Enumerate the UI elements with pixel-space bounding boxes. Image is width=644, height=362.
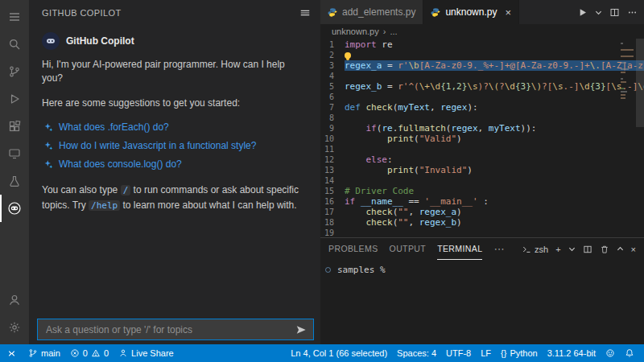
search-icon[interactable] (0, 31, 29, 58)
panel-more-tabs-icon[interactable]: ⋯ (493, 243, 504, 255)
new-terminal-icon[interactable]: + (555, 245, 560, 254)
python-interpreter[interactable]: 3.11.2 64-bit (543, 344, 601, 362)
source-control-icon[interactable] (0, 58, 29, 85)
line-number: 3 (320, 60, 345, 71)
run-dropdown-chevron-icon[interactable] (595, 9, 602, 16)
terminal-dropdown-chevron-icon[interactable] (568, 245, 576, 253)
tab-unknown[interactable]: unknown.py × (423, 0, 519, 24)
code-line[interactable]: 14 (320, 175, 644, 186)
share-icon (118, 348, 128, 358)
terminal-profile-button[interactable]: zsh (522, 245, 548, 254)
run-debug-icon[interactable] (0, 85, 29, 113)
code-line[interactable]: 9 if(re.fullmatch(regex, myText)): (320, 123, 644, 134)
line-number: 7 (320, 102, 345, 113)
trash-icon[interactable] (600, 245, 609, 254)
sidebar-more-actions-icon[interactable] (299, 7, 311, 19)
code-line[interactable]: 18 check("", regex_b) (320, 217, 644, 228)
line-number: 11 (320, 144, 345, 154)
chat-input-box (37, 319, 314, 340)
chat-input[interactable] (44, 323, 291, 336)
lightbulb-icon[interactable] (345, 52, 351, 59)
test-beaker-icon[interactable] (0, 167, 29, 195)
footer-text: to learn more about what I can help with… (120, 200, 296, 211)
suggestion-label: What does console.log() do? (59, 158, 182, 170)
tab-terminal[interactable]: TERMINAL (437, 238, 482, 260)
code-line[interactable]: 15# Driver Code (320, 186, 644, 196)
menu-icon[interactable] (0, 3, 29, 31)
line-number: 18 (320, 217, 345, 228)
problems-counter[interactable]: 0 0 (65, 344, 114, 362)
eol-sequence[interactable]: LF (476, 344, 496, 362)
git-branch-button[interactable]: main (23, 344, 65, 362)
terminal-line[interactable]: samples % (320, 260, 644, 275)
panel-actions: zsh + × (522, 245, 636, 254)
settings-gear-icon[interactable] (0, 314, 29, 341)
git-branch-icon (28, 348, 38, 358)
braces-icon: {} (501, 348, 506, 358)
more-actions-icon[interactable] (627, 7, 638, 18)
status-bar: main 0 0 Live Share Ln 4, Col 1 (66 sele… (0, 344, 644, 362)
code-line[interactable]: 11 (320, 144, 644, 154)
minimap[interactable] (621, 41, 634, 104)
suggestion-label: How do I write Javascript in a functiona… (59, 140, 256, 151)
suggestion-console-log[interactable]: What does console.log() do? (43, 158, 308, 170)
code-line[interactable]: 3regex_a = r'\b[A-Za-z0-9._%+-]+@[A-Za-z… (320, 60, 644, 71)
copilot-avatar (42, 32, 60, 50)
send-icon[interactable] (295, 324, 307, 335)
maximize-panel-chevron-icon[interactable] (617, 245, 624, 253)
tab-add-elements[interactable]: add_elements.py (320, 0, 423, 24)
editor-scrollbar[interactable] (636, 39, 644, 127)
code-line[interactable]: 4 (320, 71, 644, 81)
chat-author-row: GitHub Copilot (42, 32, 308, 50)
breadcrumb[interactable]: unknown.py › ... (320, 24, 644, 39)
line-number: 9 (320, 123, 345, 134)
breadcrumb-more[interactable]: ... (390, 27, 397, 36)
line-content: else: (345, 154, 393, 165)
code-line[interactable]: 13 print("Invalid") (320, 165, 644, 175)
account-icon[interactable] (0, 286, 29, 314)
code-line[interactable]: 12 else: (320, 154, 644, 165)
language-mode[interactable]: {} Python (496, 344, 543, 362)
feedback-icon[interactable] (601, 344, 620, 362)
tab-problems[interactable]: PROBLEMS (328, 238, 378, 260)
code-line[interactable]: 17 check("", regex_a) (320, 207, 644, 217)
code-line[interactable]: 7def check(myText, regex): (320, 102, 644, 113)
code-line[interactable]: 10 print("Valid") (320, 134, 644, 144)
code-line[interactable]: 1import re (320, 39, 644, 50)
live-share-button[interactable]: Live Share (114, 344, 179, 362)
indentation[interactable]: Spaces: 4 (392, 344, 441, 362)
code-line[interactable]: 8 (320, 113, 644, 123)
close-tab-icon[interactable]: × (505, 6, 511, 19)
line-content: check("", regex_a) (345, 207, 462, 217)
remote-window-icon[interactable] (0, 344, 23, 362)
code-line[interactable]: 5regex_b = r'^(\+\d{1,2}\s)?\(?\d{3}\)?[… (320, 81, 644, 92)
suggestion-foreach[interactable]: What does .forEach() do? (43, 121, 308, 133)
suggestion-functional-js[interactable]: How do I write Javascript in a functiona… (43, 140, 308, 151)
line-content: import re (345, 39, 393, 50)
error-icon (70, 348, 80, 358)
breadcrumb-file[interactable]: unknown.py (332, 27, 379, 36)
code-line[interactable]: 19 (320, 228, 644, 237)
chat-body: GitHub Copilot Hi, I'm your AI-powered p… (29, 26, 320, 344)
code-editor[interactable]: 1import re23regex_a = r'\b[A-Za-z0-9._%+… (320, 39, 644, 237)
code-line[interactable]: 16if __name__ == '__main__' : (320, 196, 644, 207)
chat-greeting: Hi, I'm your AI-powered pair programmer.… (42, 58, 308, 85)
split-terminal-icon[interactable] (583, 245, 592, 254)
code-line[interactable]: 6 (320, 92, 644, 102)
cursor-position[interactable]: Ln 4, Col 1 (66 selected) (286, 344, 392, 362)
warning-count: 0 (104, 348, 109, 358)
line-number: 16 (320, 196, 345, 207)
tab-label: unknown.py (445, 6, 497, 18)
help-command[interactable]: /help (89, 200, 120, 211)
extensions-icon[interactable] (0, 113, 29, 140)
tab-output[interactable]: OUTPUT (390, 238, 427, 260)
notifications-bell-icon[interactable] (620, 344, 639, 362)
run-file-icon[interactable] (577, 7, 588, 18)
editor-actions (577, 0, 638, 24)
remote-explorer-icon[interactable] (0, 140, 29, 167)
close-panel-icon[interactable]: × (631, 245, 636, 254)
code-line[interactable]: 2 (320, 50, 644, 60)
split-editor-icon[interactable] (609, 7, 620, 18)
encoding[interactable]: UTF-8 (441, 344, 476, 362)
copilot-icon[interactable] (0, 195, 29, 222)
